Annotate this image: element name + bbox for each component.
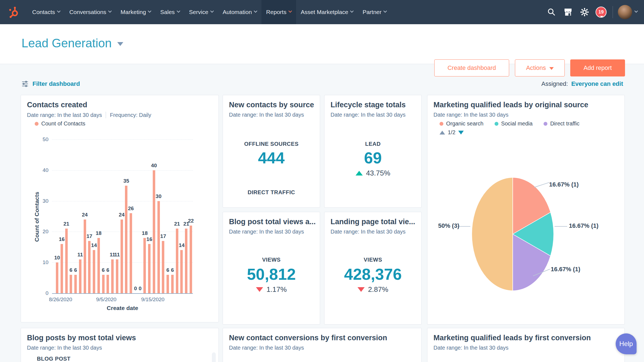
pie-callout-direct-traffic: 16.67% (1) [551,266,580,273]
user-avatar[interactable] [618,5,632,19]
y-tick-label: 0 [45,290,48,296]
legend-item-social-media[interactable]: Social media [495,120,533,127]
card-new-contact-conversions: New contact conversions by first convers… [223,328,422,362]
create-dashboard-button[interactable]: Create dashboard [434,59,509,76]
help-button[interactable]: Help [616,333,637,354]
legend-item-organic-search[interactable]: Organic search [440,120,484,127]
nav-item-asset-marketplace[interactable]: Asset Marketplace [296,0,358,24]
nav-item-marketing[interactable]: Marketing [116,0,155,24]
card-meta: Date range: In the last 30 days [229,345,304,351]
card-mql-by-original-source: Marketing qualified leads by original so… [427,95,625,325]
bar[interactable] [97,238,100,293]
legend-pagination: 1/2 [440,129,464,136]
bar[interactable] [111,259,114,293]
legend-label: Direct traffic [550,120,579,127]
card-lifecycle-stage-totals: Lifecycle stage totals Date range: In th… [324,95,422,208]
legend-page-down-icon[interactable] [458,131,464,135]
metric-delta: 2.87% [324,285,421,294]
bar[interactable] [167,275,169,293]
nav-item-conversations[interactable]: Conversations [65,0,116,24]
legend-page-up-icon[interactable] [440,131,445,135]
bar[interactable] [107,275,109,293]
bar[interactable] [130,213,132,293]
nav-item-sales[interactable]: Sales [155,0,184,24]
chevron-down-icon [383,9,387,13]
card-meta: Date range: In the last 30 days [229,229,304,235]
metric-value[interactable]: 50,812 [223,265,320,283]
add-report-button[interactable]: Add report [570,59,625,76]
bar[interactable] [102,275,105,293]
legend-item-direct-traffic[interactable]: Direct traffic [544,120,579,127]
pie-callout-line [555,226,567,227]
bar[interactable] [74,275,77,293]
bar[interactable] [79,259,81,293]
notifications-bell-icon[interactable]: 19 [593,7,609,18]
bar[interactable] [116,259,118,293]
pie-callout-organic-search: 16.67% (1) [549,181,579,188]
nav-item-label: Partner [362,9,381,15]
pie-legend: Organic search Social media Direct traff… [440,120,579,127]
bar[interactable] [143,238,146,293]
pie-chart[interactable] [472,178,553,290]
nav-item-contacts[interactable]: Contacts [28,0,65,24]
chevron-down-icon[interactable] [634,9,638,13]
meta-divider [106,112,106,118]
nav-item-automation[interactable]: Automation [218,0,261,24]
bar[interactable] [93,250,95,293]
bar[interactable] [121,220,123,293]
bar[interactable] [185,229,187,293]
bar[interactable] [56,262,58,293]
bar[interactable] [148,244,151,293]
bar-value-label: 16 [146,236,152,242]
metric-value[interactable]: 69 [324,149,421,167]
metric-value[interactable]: 428,376 [324,265,421,283]
card-scrollbar[interactable] [212,352,216,362]
chevron-down-icon [177,9,180,13]
bar-value-label: 14 [91,242,97,248]
delta-down-icon [256,287,263,292]
bar[interactable] [171,275,174,293]
x-tick-label: 9/5/2020 [96,297,116,303]
card-title: Marketing qualified leads by first conve… [433,334,591,342]
chart-legend-item[interactable]: Count of Contacts [35,120,85,127]
bar[interactable] [157,201,160,293]
card-blog-post-total-views: Blog post total views a... Date range: I… [223,212,320,325]
actions-button[interactable]: Actions [515,59,565,76]
delta-down-icon [358,287,365,292]
pie-callout-other: 50% (3) [433,222,459,229]
bar[interactable] [180,250,183,293]
assigned-value-link[interactable]: Everyone can edit [571,80,623,87]
bar[interactable] [84,220,86,293]
hubspot-logo-icon[interactable] [0,0,28,24]
y-tick-label: 30 [43,198,48,204]
bar[interactable] [153,170,155,293]
filter-dashboard-control[interactable]: Filter dashboard [21,80,80,87]
bar[interactable] [190,226,192,293]
button-label: Actions [526,64,546,72]
nav-item-service[interactable]: Service [184,0,218,24]
bar[interactable] [176,229,178,293]
nav-item-reports[interactable]: Reports [261,0,296,24]
nav-item-label: Marketing [121,9,146,15]
settings-gear-icon[interactable] [576,7,593,17]
bar[interactable] [70,275,72,293]
nav-item-label: Asset Marketplace [301,9,348,15]
gridline [52,170,193,171]
bar[interactable] [162,241,164,293]
nav-item-partner[interactable]: Partner [358,0,391,24]
dashboard-title-dropdown[interactable]: Lead Generation [21,36,123,50]
metric-label: LEAD [324,141,421,147]
metric-delta: 43.75% [324,169,421,177]
bar[interactable] [65,229,68,293]
bar-value-label: 18 [96,230,102,236]
marketplace-icon[interactable] [560,7,576,17]
y-tick-label: 10 [43,259,48,265]
bar[interactable] [88,241,91,293]
search-icon[interactable] [543,8,560,17]
bar-value-label: 0 [139,286,142,292]
legend-dot-icon [440,122,443,126]
card-title: Blog post total views a... [229,218,316,226]
bar[interactable] [61,244,63,293]
bar[interactable] [125,186,127,293]
metric-value[interactable]: 444 [223,149,320,167]
